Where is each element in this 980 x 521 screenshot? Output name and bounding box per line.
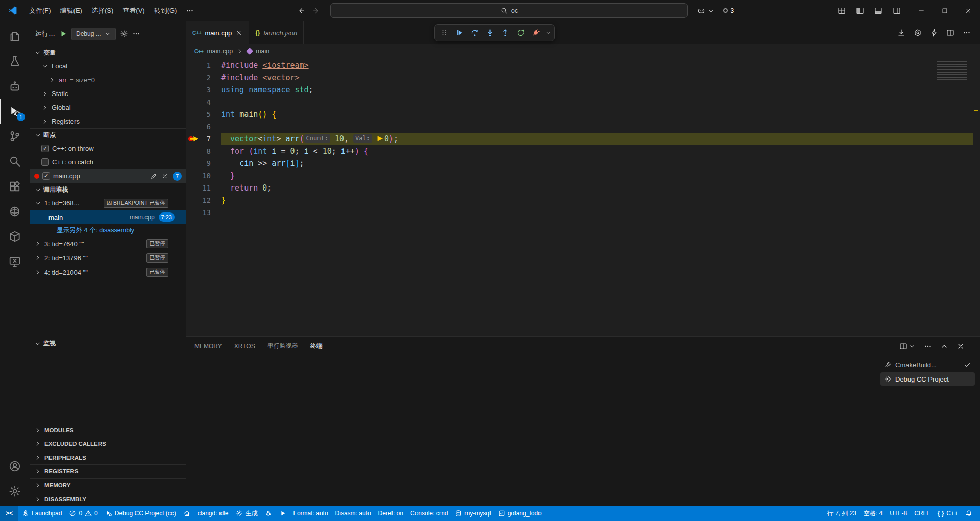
breadcrumb-symbol[interactable]: main bbox=[256, 48, 270, 55]
thread-row-1[interactable]: 1: tid=368... 因 BREAKPOINT 已暂停 bbox=[30, 196, 186, 210]
navigate-back-icon[interactable] bbox=[293, 4, 309, 18]
explorer-icon[interactable] bbox=[0, 23, 30, 49]
variable-arr[interactable]: arr = size=0 bbox=[30, 73, 186, 87]
breakpoint-gutter[interactable] bbox=[186, 206, 200, 219]
status-cursor-position[interactable]: 行 7, 列 23 bbox=[824, 506, 860, 521]
step-out-icon[interactable] bbox=[498, 26, 512, 40]
code-line[interactable]: 6 bbox=[186, 121, 973, 133]
menu-view[interactable]: 查看(V) bbox=[118, 4, 149, 18]
step-over-icon[interactable] bbox=[468, 26, 482, 40]
code-line[interactable]: 2#include <vector> bbox=[186, 72, 973, 84]
remove-icon[interactable] bbox=[161, 173, 168, 180]
code-line[interactable]: 3using namespace std; bbox=[186, 84, 973, 96]
titlebar-status-badge[interactable]: 3 bbox=[723, 7, 734, 14]
breakpoint-gutter[interactable] bbox=[186, 96, 200, 108]
status-launchpad[interactable]: Launchpad bbox=[18, 506, 65, 521]
terminal-output[interactable] bbox=[186, 356, 880, 506]
status-home[interactable] bbox=[180, 506, 194, 521]
breakpoint-gutter[interactable] bbox=[186, 182, 200, 194]
status-clangd[interactable]: clangd: idle bbox=[194, 506, 232, 521]
section-memory[interactable]: MEMORY bbox=[30, 478, 186, 492]
code-line[interactable]: 9 cin >> arr[i]; bbox=[186, 157, 973, 170]
status-format[interactable]: Format: auto bbox=[290, 506, 332, 521]
run-and-debug-icon[interactable]: 1 bbox=[0, 99, 30, 124]
breadcrumb-file[interactable]: main.cpp bbox=[207, 48, 233, 55]
status-indentation[interactable]: 空格: 4 bbox=[860, 506, 886, 521]
minimap[interactable] bbox=[937, 61, 967, 82]
edit-pencil-icon[interactable] bbox=[150, 173, 157, 180]
current-line-glyph[interactable] bbox=[186, 133, 200, 145]
tab-main-cpp[interactable]: C++ main.cpp bbox=[186, 21, 249, 44]
panel-tab-xrtos[interactable]: XRTOS bbox=[234, 337, 255, 356]
section-peripherals[interactable]: PERIPHERALS bbox=[30, 451, 186, 464]
thread-row-3[interactable]: 3: tid=7640 "" 已暂停 bbox=[30, 236, 186, 251]
breakpoint-gutter[interactable] bbox=[186, 59, 200, 72]
breakpoint-main-cpp[interactable]: ✓ main.cpp 7 bbox=[30, 169, 186, 183]
variables-section-header[interactable]: 变量 bbox=[30, 46, 186, 59]
menu-selection[interactable]: 选择(S) bbox=[87, 4, 118, 18]
status-encoding[interactable]: UTF-8 bbox=[886, 506, 911, 521]
minimize-button[interactable] bbox=[910, 0, 933, 21]
remote-indicator[interactable]: >< bbox=[0, 506, 18, 521]
chat-toggle-button[interactable] bbox=[694, 5, 718, 16]
robot-extension-icon[interactable] bbox=[0, 74, 30, 99]
panel-tab-memory[interactable]: MEMORY bbox=[194, 337, 222, 356]
breakpoint-gutter[interactable] bbox=[186, 145, 200, 157]
code-line[interactable]: 5int main() { bbox=[186, 108, 973, 121]
restart-icon[interactable] bbox=[513, 26, 528, 40]
code-line[interactable]: 4 bbox=[186, 96, 973, 108]
status-console[interactable]: Console: cmd bbox=[407, 506, 451, 521]
breakpoint-gutter[interactable] bbox=[186, 121, 200, 133]
status-language-mode[interactable]: { } C++ bbox=[934, 506, 962, 521]
thread-row-2[interactable]: 2: tid=13796 "" 已暂停 bbox=[30, 251, 186, 265]
code-line[interactable]: 10 } bbox=[186, 170, 973, 182]
code-line[interactable]: 1#include <iostream> bbox=[186, 59, 973, 72]
status-build[interactable]: 生成 bbox=[232, 506, 261, 521]
continue-icon[interactable] bbox=[452, 26, 467, 40]
more-actions-icon[interactable] bbox=[924, 342, 932, 350]
panel-tab-terminal[interactable]: 终端 bbox=[310, 337, 323, 356]
status-notifications[interactable] bbox=[962, 506, 976, 521]
close-window-button[interactable] bbox=[957, 0, 980, 21]
breakpoint-gutter[interactable] bbox=[186, 84, 200, 96]
sidebar-more-actions-icon[interactable] bbox=[132, 30, 140, 38]
toggle-sidebar-icon[interactable] bbox=[852, 4, 868, 18]
drag-grip-icon[interactable] bbox=[437, 26, 451, 40]
download-icon[interactable] bbox=[897, 29, 905, 37]
breakpoint-on-throw[interactable]: ✓ C++: on throw bbox=[30, 141, 186, 155]
toggle-panel-icon[interactable] bbox=[871, 4, 886, 18]
status-run[interactable] bbox=[276, 506, 290, 521]
toggle-secondary-sidebar-icon[interactable] bbox=[889, 4, 904, 18]
tab-launch-json[interactable]: {} launch.json bbox=[249, 21, 304, 44]
remote-explorer-globe-icon[interactable] bbox=[0, 199, 30, 224]
code-line[interactable]: 11 return 0; bbox=[186, 182, 973, 194]
status-golang-todo[interactable]: golang_todo bbox=[495, 506, 545, 521]
breakpoint-gutter[interactable] bbox=[186, 72, 200, 84]
checkbox-checked[interactable]: ✓ bbox=[41, 145, 49, 152]
search-icon[interactable] bbox=[0, 149, 30, 174]
terminal-item-debug-cc-project[interactable]: Debug CC Project bbox=[880, 372, 975, 386]
checkbox-checked[interactable]: ✓ bbox=[42, 172, 50, 180]
scope-local[interactable]: Local bbox=[30, 59, 186, 73]
breakpoints-section-header[interactable]: 断点 bbox=[30, 128, 186, 141]
scope-registers[interactable]: Registers bbox=[30, 114, 186, 128]
code-line[interactable]: 13 bbox=[186, 206, 973, 219]
section-registers[interactable]: REGISTERS bbox=[30, 464, 186, 478]
step-into-icon[interactable] bbox=[483, 26, 497, 40]
panel-tab-serial-monitor[interactable]: 串行监视器 bbox=[267, 337, 298, 356]
status-disasm[interactable]: Disasm: auto bbox=[332, 506, 375, 521]
code-line[interactable]: 12} bbox=[186, 194, 973, 206]
split-terminal-button[interactable] bbox=[899, 342, 916, 350]
menu-more-icon[interactable] bbox=[181, 4, 199, 17]
stack-frame-main[interactable]: main main.cpp 7:23 bbox=[30, 210, 186, 224]
callstack-section-header[interactable]: 调用堆栈 bbox=[30, 183, 186, 196]
show-more-frames-link[interactable]: 显示另外 4 个: disassembly bbox=[30, 224, 186, 236]
start-debug-icon[interactable] bbox=[59, 30, 67, 38]
accounts-icon[interactable] bbox=[0, 454, 30, 479]
watch-section-header[interactable]: 监视 bbox=[30, 337, 186, 350]
section-modules[interactable]: MODULES bbox=[30, 423, 186, 437]
status-problems[interactable]: 0 0 bbox=[65, 506, 101, 521]
breakpoint-gutter[interactable] bbox=[186, 170, 200, 182]
breakpoint-on-catch[interactable]: C++: on catch bbox=[30, 155, 186, 169]
thread-row-4[interactable]: 4: tid=21004 "" 已暂停 bbox=[30, 265, 186, 279]
